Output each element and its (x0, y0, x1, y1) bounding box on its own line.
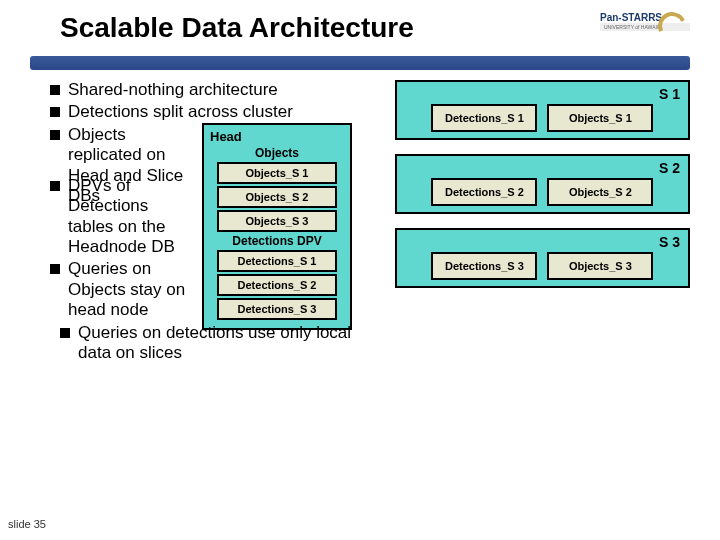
slice-box-1: S 1 Detections_S 1 Objects_S 1 (395, 80, 690, 140)
bullet-icon (50, 107, 60, 117)
bullet-2: Detections split across cluster (50, 102, 375, 122)
bullet-icon (50, 264, 60, 274)
bullet-1: Shared-nothing architecture (50, 80, 375, 100)
slice-row: Detections_S 3 Objects_S 3 (405, 252, 680, 280)
table-box: Detections_S 2 (431, 178, 537, 206)
slice-label: S 3 (659, 234, 680, 250)
bullet-icon (50, 130, 60, 140)
bullet-icon (60, 328, 70, 338)
table-box: Objects_S 3 (547, 252, 653, 280)
bullet-text: DPVs of Detections tables on the Headnod… (68, 176, 188, 258)
table-box: Detections_S 1 (431, 104, 537, 132)
table-box: Objects_S 1 (547, 104, 653, 132)
content: Shared-nothing architecture Detections s… (0, 70, 720, 365)
right-column: S 1 Detections_S 1 Objects_S 1 S 2 Detec… (395, 80, 690, 365)
bullet-text: Queries on detections use only local dat… (78, 323, 375, 364)
table-box: Objects_S 2 (547, 178, 653, 206)
table-box: Objects_S 2 (217, 186, 337, 208)
bullet-text: Queries on Objects stay on head node (68, 259, 188, 320)
slice-label: S 2 (659, 160, 680, 176)
bullet-icon (50, 85, 60, 95)
slice-box-3: S 3 Detections_S 3 Objects_S 3 (395, 228, 690, 288)
slice-row: Detections_S 2 Objects_S 2 (405, 178, 680, 206)
slice-label: S 1 (659, 86, 680, 102)
dpv-label: Detections DPV (210, 234, 344, 248)
bullet-5: Queries on Objects stay on head node (50, 259, 200, 320)
page-title: Scalable Data Architecture (60, 12, 414, 44)
table-box: Detections_S 1 (217, 250, 337, 272)
bullet-icon (50, 181, 60, 191)
table-box: Objects_S 3 (217, 210, 337, 232)
head-label: Head (210, 129, 344, 144)
objects-label: Objects (210, 146, 344, 160)
slice-box-2: S 2 Detections_S 2 Objects_S 2 (395, 154, 690, 214)
bullet-text: Shared-nothing architecture (68, 80, 278, 100)
header: Scalable Data Architecture Pan-STARRS UN… (0, 0, 720, 52)
table-box: Objects_S 1 (217, 162, 337, 184)
bullet-6: Queries on detections use only local dat… (60, 323, 375, 364)
table-box: Detections_S 3 (217, 298, 337, 320)
table-box: Detections_S 3 (431, 252, 537, 280)
bullet-text: Detections split across cluster (68, 102, 293, 122)
title-bar (30, 56, 690, 70)
table-box: Detections_S 2 (217, 274, 337, 296)
bullet-4: DPVs of Detections tables on the Headnod… (50, 176, 200, 258)
slice-row: Detections_S 1 Objects_S 1 (405, 104, 680, 132)
head-diagram: Head Objects Objects_S 1 Objects_S 2 Obj… (202, 123, 352, 330)
left-column: Shared-nothing architecture Detections s… (50, 80, 375, 365)
logo: Pan-STARRS UNIVERSITY of HAWAII (600, 12, 690, 52)
slide-number: slide 35 (8, 518, 46, 530)
